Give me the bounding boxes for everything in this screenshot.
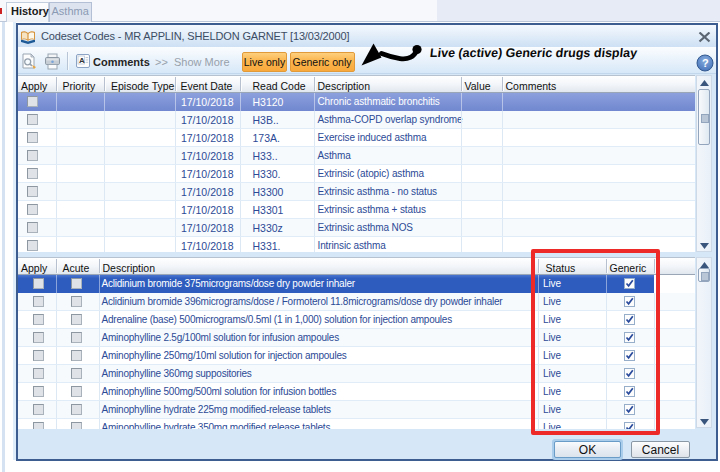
svg-text:?: ? bbox=[702, 57, 709, 69]
svg-text:A: A bbox=[79, 56, 85, 65]
